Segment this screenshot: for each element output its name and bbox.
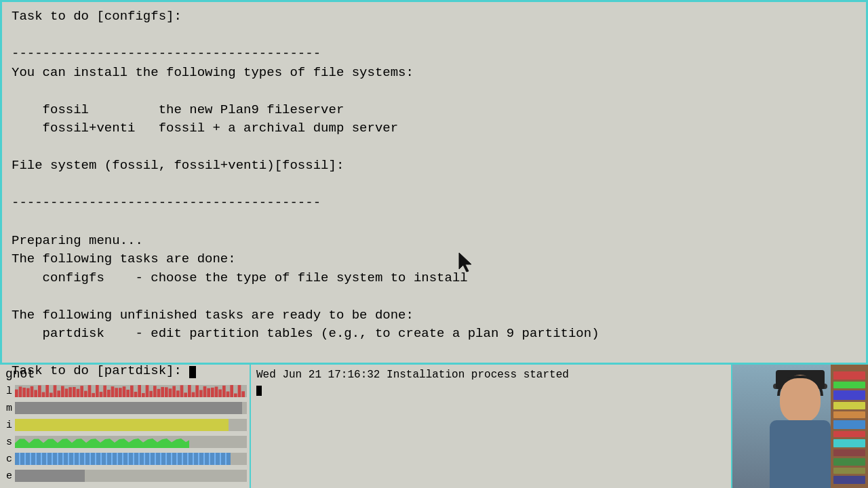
gnot-bar-container [15,436,247,448]
svg-rect-39 [161,387,164,397]
svg-rect-44 [180,385,184,397]
gnot-row: l [3,384,247,399]
svg-rect-40 [165,387,168,397]
console-cursor [256,386,262,396]
bookshelf-decoration [831,365,868,488]
console-log-line: Wed Jun 21 17:16:32 Installation process… [256,369,569,381]
svg-rect-41 [169,388,172,397]
gnot-bar-fill [15,419,229,431]
svg-rect-30 [126,390,130,397]
svg-rect-37 [153,386,157,397]
svg-rect-34 [142,393,145,397]
svg-rect-2 [19,386,22,397]
gnot-bar-fill [15,470,85,482]
svg-rect-20 [88,385,92,397]
svg-rect-6 [34,390,37,397]
gnot-bar-fill [15,402,242,414]
terminal-area: Task to do [configfs]: -----------------… [0,0,868,363]
svg-marker-61 [15,439,189,448]
svg-rect-55 [222,386,226,397]
gnot-bar-container [15,419,247,431]
svg-rect-48 [195,386,199,397]
svg-rect-52 [211,388,214,397]
gnot-row: e [3,468,247,483]
gnot-row: m [3,401,247,415]
gnot-bar-container [15,385,247,397]
svg-rect-31 [130,386,134,397]
svg-rect-27 [115,388,118,397]
svg-rect-18 [80,386,83,397]
svg-rect-59 [238,385,241,397]
terminal-output: Task to do [configfs]: -----------------… [12,7,856,381]
svg-rect-49 [199,390,203,397]
gnot-row: s [3,434,247,449]
gnot-row: i [3,418,247,432]
svg-rect-11 [54,385,57,397]
gnot-bar-container [15,402,247,414]
svg-rect-23 [100,392,103,397]
svg-rect-29 [123,386,126,397]
gnot-row-label: s [3,436,12,448]
svg-rect-5 [31,386,34,397]
svg-rect-17 [77,389,80,397]
svg-rect-58 [234,393,237,397]
gnot-row-label: i [3,420,12,431]
gnot-bar-container [15,453,247,465]
svg-rect-3 [22,388,26,397]
svg-rect-25 [107,390,111,397]
gnot-row: c [3,451,247,466]
svg-rect-53 [215,386,218,397]
gnot-rows: lmisce [0,382,250,488]
svg-rect-19 [84,391,87,397]
svg-rect-7 [38,386,41,397]
svg-rect-1 [15,390,18,397]
svg-rect-45 [184,392,187,397]
svg-rect-54 [218,389,222,397]
svg-rect-26 [111,386,115,397]
console-log: Wed Jun 21 17:16:32 Installation process… [256,367,726,398]
svg-rect-13 [61,386,64,397]
gnot-panel: gnot lmisce [0,365,251,488]
gnot-row-label: e [3,470,12,482]
svg-rect-8 [42,392,45,397]
svg-rect-33 [138,385,141,397]
svg-rect-36 [149,391,153,397]
svg-rect-10 [50,392,53,397]
svg-rect-35 [146,385,149,397]
svg-rect-60 [241,391,245,397]
person-body [770,420,831,488]
gnot-row-label: l [3,386,12,397]
svg-rect-16 [73,387,76,397]
svg-rect-15 [68,387,72,397]
svg-rect-9 [45,385,49,397]
svg-rect-24 [103,386,106,397]
gnot-row-label: c [3,453,12,465]
gnot-row-label: m [3,403,12,414]
svg-rect-4 [26,388,30,397]
bottom-bar: gnot lmisce Wed Jun 21 17:16:32 Installa… [0,363,868,488]
svg-rect-50 [203,386,207,397]
svg-rect-43 [176,390,180,397]
svg-rect-32 [134,392,138,397]
svg-rect-28 [119,388,122,397]
svg-rect-21 [92,393,95,397]
svg-rect-46 [188,385,191,397]
svg-rect-47 [192,392,195,397]
webcam-panel [732,365,868,488]
gnot-bar-container [15,470,247,482]
svg-rect-12 [57,390,60,397]
svg-rect-22 [96,385,99,397]
svg-rect-38 [157,389,161,397]
svg-rect-51 [207,388,210,397]
svg-rect-57 [230,385,233,397]
svg-rect-42 [172,386,176,397]
svg-rect-56 [226,392,230,397]
console-panel: Wed Jun 21 17:16:32 Installation process… [251,365,732,488]
webcam-video [732,365,868,488]
svg-rect-14 [65,388,68,397]
gnot-bar-fill [15,453,231,465]
